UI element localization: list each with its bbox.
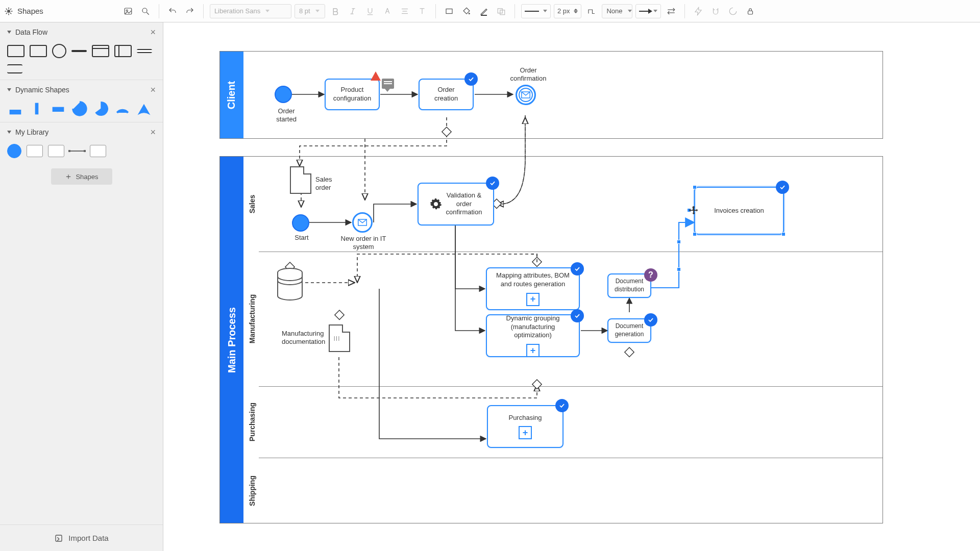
chevron-down-icon [315,10,320,12]
svg-line-12 [146,12,149,15]
palette-circle[interactable] [52,44,66,58]
palette-arc-icon[interactable] [114,102,131,116]
panel-header-dynamic[interactable]: Dynamic Shapes× [0,80,163,99]
diagram-stage[interactable]: Client Main Process Sales Manufacturing … [219,51,883,525]
data-store[interactable] [277,267,303,301]
insert-image-button[interactable] [121,4,135,18]
palette-bar-icon[interactable] [50,102,66,116]
message-event[interactable] [516,85,536,105]
palette-task[interactable] [90,145,106,157]
expand-subprocess-icon[interactable]: + [526,344,540,357]
palette-link[interactable] [137,49,152,53]
stroke-width-stepper[interactable]: 2 px [554,4,582,18]
check-badge [776,181,789,194]
arrow-end-dropdown[interactable] [635,4,661,18]
comment-icon[interactable] [382,79,394,89]
palette-double-rect[interactable] [114,45,132,57]
task-purchasing[interactable]: Purchasing + [487,405,564,448]
shape-style-button[interactable] [494,4,508,18]
palette-task[interactable] [48,145,64,157]
top-toolbar: Shapes Liberation Sans 8 pt 2 px None [0,0,980,22]
import-data-label: Import Data [68,534,108,542]
svg-rect-29 [748,11,753,14]
palette-rect[interactable] [30,45,47,57]
data-object[interactable] [290,166,311,194]
svg-line-5 [6,8,7,9]
palette-bar-icon[interactable] [29,102,45,116]
canvas[interactable]: Client Main Process Sales Manufacturing … [163,22,980,551]
swap-arrows-button[interactable] [664,4,678,18]
question-badge: ? [644,268,657,282]
lane-title: Manufacturing [248,294,256,343]
panel-header-dataflow[interactable]: Data Flow× [0,22,163,42]
node-label: Order confirmation [505,66,551,83]
task-mapping[interactable]: Mapping attributes, BOM and routes gener… [486,267,580,310]
task-product-config[interactable]: Product configuration [325,79,380,110]
text-color-button[interactable] [380,4,395,18]
bold-button[interactable] [328,4,342,18]
close-icon[interactable]: × [150,85,156,94]
svg-rect-30 [10,110,20,114]
palette-bar-icon[interactable] [7,102,23,116]
task-label: Dynamic grouping (manufacturing optimiza… [493,314,573,340]
task-label: Validation & order confirmation [446,191,482,217]
line-color-button[interactable] [477,4,491,18]
expand-subprocess-icon[interactable]: + [519,426,532,439]
message-event[interactable] [352,212,373,233]
panel-title: My Library [15,128,48,136]
font-family-dropdown[interactable]: Liberation Sans [210,4,291,18]
loading-icon[interactable] [726,4,740,18]
left-sidebar: Data Flow× Dynamic Shapes× My Library× [0,22,163,551]
svg-point-10 [126,10,128,11]
text-options-button[interactable] [415,4,429,18]
palette-rect[interactable] [7,45,24,57]
start-event[interactable] [292,214,309,232]
expand-subprocess-icon[interactable]: + [526,293,540,306]
task-validation[interactable]: Validation & order confirmation [418,183,494,226]
import-data-button[interactable]: Import Data [0,524,163,551]
palette-connector[interactable] [69,151,85,152]
panel-header-mylib[interactable]: My Library× [0,122,163,142]
arrow-start-dropdown[interactable]: None [602,4,632,18]
palette-slice-icon[interactable] [136,102,152,116]
task-invoices[interactable]: Invoices creation [694,187,784,235]
lane-title: Shipping [248,475,256,506]
palette-start-event[interactable] [7,144,21,158]
shapes-menu[interactable]: Shapes [4,7,43,16]
lock-button[interactable] [743,4,757,18]
pool-client[interactable]: Client [219,51,883,139]
node-label: New order in IT system [338,235,389,252]
shape-rect-button[interactable] [442,4,456,18]
svg-rect-32 [53,107,63,111]
align-button[interactable] [398,4,412,18]
start-event[interactable] [275,86,292,103]
palette-line[interactable] [71,50,87,52]
palette-task[interactable] [27,145,43,157]
task-dynamic-grouping[interactable]: Dynamic grouping (manufacturing optimiza… [486,314,580,357]
underline-button[interactable] [363,4,377,18]
font-size-dropdown[interactable]: 8 pt [295,4,325,18]
palette-donut-icon[interactable] [71,102,88,116]
task-order-creation[interactable]: Order creation [419,79,474,110]
palette-table[interactable] [92,45,109,57]
search-button[interactable] [138,4,153,18]
palette-pie-icon[interactable] [93,102,109,116]
close-icon[interactable]: × [150,28,156,37]
add-shapes-button[interactable]: ＋Shapes [51,168,112,185]
lane-title: Sales [248,195,256,214]
undo-button[interactable] [165,4,180,18]
lightning-icon[interactable] [691,4,705,18]
svg-point-22 [469,13,470,14]
line-routing-button[interactable] [584,4,599,18]
italic-button[interactable] [346,4,360,18]
close-icon[interactable]: × [150,128,156,137]
palette-double-line[interactable] [7,64,22,73]
stroke-style-dropdown[interactable] [521,4,551,18]
redo-button[interactable] [183,4,197,18]
panel-title: Data Flow [15,28,47,36]
font-family-value: Liberation Sans [214,7,260,15]
fill-color-button[interactable] [459,4,474,18]
check-badge [464,72,478,86]
magnet-icon[interactable] [708,4,723,18]
chevron-down-icon [7,31,11,34]
